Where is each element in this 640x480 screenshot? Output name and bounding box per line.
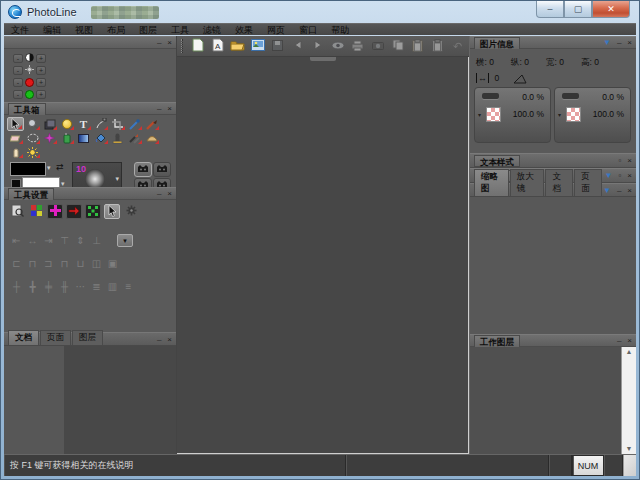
panel-close-icon[interactable]: × [167,189,172,199]
panel-close-icon[interactable]: × [627,38,632,48]
green-adjust-minus-button[interactable]: - [13,90,23,99]
foreground-color-swatch[interactable] [10,162,46,176]
panel-restore-icon[interactable]: ▫ [618,156,621,166]
red-adjust-plus-button[interactable]: + [36,78,46,87]
new-document-button[interactable] [189,38,206,55]
image-info-titlebar[interactable]: 图片信息 ▼ – × [470,36,636,49]
spray-tool[interactable] [58,131,75,145]
menu-item-6[interactable]: 滤镜 [196,24,228,36]
menu-item-7[interactable]: 效果 [228,24,260,36]
view-tab-0[interactable]: 缩略图 [474,169,509,196]
toolbar-grip[interactable] [181,39,183,53]
snap-document-button[interactable] [9,204,25,219]
settings-gear-button[interactable] [123,204,139,219]
panel-close-icon[interactable]: × [627,336,632,346]
close-button[interactable]: ✕ [592,1,630,18]
contrast-adjust-plus-button[interactable]: + [36,54,46,63]
swap-colors-icon[interactable]: ⇄ [56,162,64,172]
stamp-tool[interactable] [109,131,126,145]
toolbox-titlebar[interactable]: 工具箱 – × [4,102,176,115]
shape-tool[interactable] [58,117,75,131]
pen-tool[interactable] [92,117,109,131]
doc-tab-0[interactable]: 文档 [8,330,39,345]
back-button[interactable] [289,38,306,55]
eyedropper-tool[interactable] [126,117,143,131]
opacity-swatch-0[interactable]: 0.0 %▾100.0 % [474,87,551,143]
contrast-adjust-minus-button[interactable]: - [13,54,23,63]
panel-close-icon[interactable]: × [627,171,632,181]
gradient-tool[interactable] [75,131,92,145]
menu-item-3[interactable]: 布局 [100,24,132,36]
doc-tab-1[interactable]: 页面 [40,330,71,345]
menu-item-10[interactable]: 帮助 [324,24,356,36]
splitter-grip[interactable] [310,57,336,61]
new-from-template-button[interactable]: A [209,38,226,55]
mask-mode-button[interactable] [134,162,152,177]
green-adjust-plus-button[interactable]: + [36,90,46,99]
finger-tool[interactable] [7,145,24,159]
thumbnail-view[interactable] [470,197,636,334]
scroll-down-icon[interactable]: ▼ [626,444,633,454]
panel-restore-icon[interactable]: ▫ [618,171,621,181]
doc-tab-2[interactable]: 图层 [72,330,103,345]
swatch-dropdown-icon[interactable]: ▾ [558,111,561,118]
work-layer-list[interactable]: ▲ ▼ [470,347,636,454]
browse-button[interactable] [249,38,266,55]
text-style-panel[interactable]: 文本样式 ▫ × [470,153,636,168]
titlebar[interactable]: PhotoLine –▢✕ [1,1,639,23]
transparency-checker-swatch[interactable] [566,107,581,122]
lasso-tool[interactable] [24,131,41,145]
panel-close-icon[interactable]: × [167,335,172,345]
cross-mode-button[interactable] [47,204,63,219]
light-tool[interactable] [24,145,41,159]
panel-minimize-icon[interactable]: – [157,189,161,199]
zoom-tool[interactable] [24,117,41,131]
scroll-up-icon[interactable]: ▲ [626,347,633,357]
color-adjust-panel-titlebar[interactable]: – × [4,36,176,49]
panel-minimize-icon[interactable]: – [157,104,161,114]
mask-edit-button[interactable] [153,162,171,177]
text-tool[interactable]: T [75,117,92,131]
vertical-scrollbar[interactable]: ▲ ▼ [621,347,636,454]
panel-menu-icon[interactable]: ▼ [605,171,613,181]
layer-tool[interactable] [41,117,58,131]
panel-close-icon[interactable]: × [167,104,172,114]
documents-list[interactable] [4,346,176,454]
maximize-button[interactable]: ▢ [564,1,592,18]
menu-item-9[interactable]: 窗口 [292,24,324,36]
fill-tool[interactable] [92,131,109,145]
view-tab-3[interactable]: 页面 [574,169,602,196]
brush-dropdown-icon[interactable]: ▾ [115,175,119,183]
menu-item-0[interactable]: 文件 [4,24,36,36]
view-tab-2[interactable]: 文档 [545,169,573,196]
panel-close-icon[interactable]: × [627,186,632,196]
foreground-dropdown-icon[interactable]: ▾ [47,164,51,172]
crop-tool[interactable] [109,117,126,131]
view-tab-1[interactable]: 放大镜 [510,169,545,196]
panel-minimize-icon[interactable]: – [617,336,621,346]
tool-settings-titlebar[interactable]: 工具设置 – × [4,187,176,200]
brush-tool[interactable] [143,117,160,131]
color-grid-button[interactable] [28,204,44,219]
panel-minimize-icon[interactable]: – [617,186,621,196]
menu-item-1[interactable]: 编辑 [36,24,68,36]
panel-menu-icon[interactable]: ▼ [603,186,611,196]
pointer-tool[interactable] [7,117,24,131]
work-layer-titlebar[interactable]: 工作图层 – × [470,334,636,347]
menu-item-5[interactable]: 工具 [164,24,196,36]
panel-close-icon[interactable]: × [167,38,172,48]
panel-close-icon[interactable]: × [627,156,632,166]
pointer-mode-button[interactable] [104,204,120,219]
magic-wand-tool[interactable] [41,131,58,145]
opacity-swatch-1[interactable]: 0.0 %▾100.0 % [554,87,631,143]
brightness-adjust-minus-button[interactable]: - [13,66,23,75]
menu-item-4[interactable]: 图层 [132,24,164,36]
menu-item-8[interactable]: 网页 [260,24,292,36]
menu-item-2[interactable]: 视图 [68,24,100,36]
panel-minimize-icon[interactable]: – [157,38,161,48]
transparency-checker-swatch[interactable] [486,107,501,122]
panel-minimize-icon[interactable]: – [157,335,161,345]
panel-minimize-icon[interactable]: – [617,38,621,48]
open-file-button[interactable] [229,38,246,55]
forward-button[interactable] [309,38,326,55]
